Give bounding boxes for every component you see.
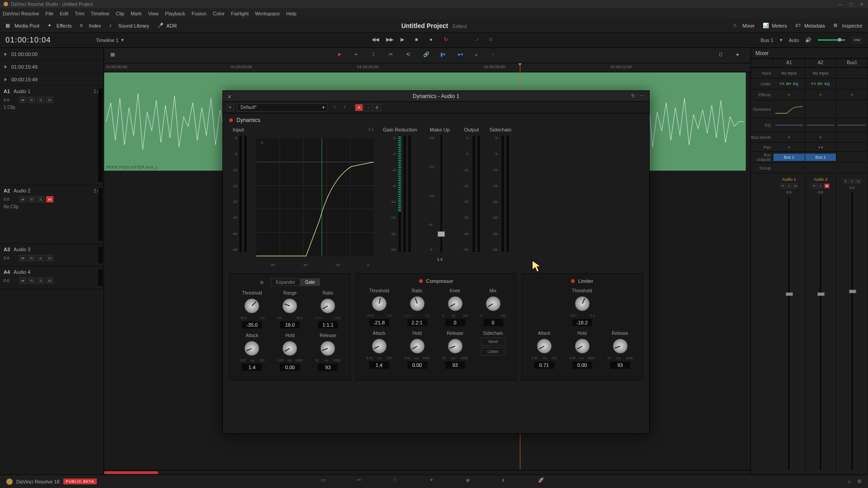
razor-tool[interactable]: ✂ xyxy=(389,52,397,60)
color-page[interactable]: ◉ xyxy=(466,477,475,486)
ratio-knob[interactable]: Ratio 1.2:12:1 2.2:1 xyxy=(401,288,433,326)
fx-add-a2[interactable]: + xyxy=(805,90,837,99)
dyn-bus[interactable] xyxy=(836,103,868,116)
dyn-menu-icon[interactable]: ⋯ xyxy=(640,93,645,99)
menu-fusion[interactable]: Fusion xyxy=(192,11,207,16)
minimize-button[interactable]: — xyxy=(838,2,843,6)
edit-page[interactable]: ⎍ xyxy=(393,477,402,486)
menu-file[interactable]: File xyxy=(46,11,54,16)
settings-button[interactable]: ⎍ xyxy=(489,37,496,44)
sidechain-send[interactable]: Send xyxy=(481,338,505,346)
menu-view[interactable]: View xyxy=(148,11,159,16)
hold-knob[interactable]: Hold 0.00ms4000 0.00 xyxy=(274,333,306,371)
release-knob[interactable]: Release 50ms4000 93 xyxy=(439,331,471,369)
h-scrollbar[interactable] xyxy=(104,470,750,474)
threshold-knob[interactable]: Threshold -50.00.0 -21.8 xyxy=(363,288,395,326)
attack-knob[interactable]: Attack 0.50ms100 1.4 xyxy=(236,333,268,371)
compressor-enable[interactable] xyxy=(419,279,423,283)
sound-library-button[interactable]: ♪Sound Library xyxy=(109,23,149,29)
eq-a2[interactable] xyxy=(805,119,837,131)
makeup-value[interactable]: 1.4 xyxy=(437,257,443,262)
menu-trim[interactable]: Trim xyxy=(75,11,85,16)
deliver-page[interactable]: 🚀 xyxy=(538,477,547,486)
pointer-tool[interactable]: ➤ xyxy=(337,52,345,60)
rewind-button[interactable]: ◀◀ xyxy=(372,37,379,44)
snap-tool[interactable]: ⟲ xyxy=(406,52,414,60)
menu-fairlight[interactable]: Fairlight xyxy=(231,11,249,16)
dyn-close-button[interactable]: ✕ xyxy=(227,94,232,99)
range-tool[interactable]: + xyxy=(354,52,363,60)
eq-a1[interactable] xyxy=(774,119,805,131)
attack-knob[interactable]: Attack 0.50ms100 0.71 xyxy=(528,331,560,369)
track-header-a2[interactable]: A2Audio 22.0 0.0⇄RSM No Clip xyxy=(0,185,104,244)
misc-tool[interactable]: ◦ xyxy=(492,52,500,60)
timeline-selector[interactable]: Timeline 1▾ xyxy=(96,37,124,43)
dyn-a1[interactable] xyxy=(774,103,805,116)
menu-edit[interactable]: Edit xyxy=(60,11,68,16)
track-header-a3[interactable]: A3Audio 3 0.0⇄RSM xyxy=(0,244,104,267)
ab-a[interactable]: A xyxy=(355,104,363,111)
track-⇄-button[interactable]: ⇄ xyxy=(19,97,26,103)
threshold-knob[interactable]: Threshold -50.00.0 -18.2 xyxy=(566,288,598,326)
track-display-icon[interactable]: ▦ xyxy=(110,52,118,60)
eq-bus[interactable] xyxy=(836,119,868,131)
dyn-a2[interactable] xyxy=(805,103,837,116)
tab-gate[interactable]: Gate xyxy=(300,278,320,286)
track-header-a1[interactable]: A1Audio 11.0 0.0⇄RSM 1 Clip xyxy=(0,86,104,185)
fader-slider[interactable] xyxy=(788,196,790,471)
play-button[interactable]: ▶ xyxy=(401,37,408,44)
meters-button[interactable]: 📊Meters xyxy=(763,23,787,29)
track-s-button[interactable]: S xyxy=(37,277,44,284)
fx-add-bus[interactable]: + xyxy=(836,90,868,99)
track-⇄-button[interactable]: ⇄ xyxy=(19,277,26,284)
cut-page[interactable]: ✂ xyxy=(357,477,366,486)
mixer-button[interactable]: ⎍Mixer xyxy=(733,23,755,29)
menu-davinci[interactable]: DaVinci Resolve xyxy=(3,11,39,16)
release-knob[interactable]: Release 50ms4000 93 xyxy=(604,331,636,369)
zoom-tool[interactable]: ⟨⟩ xyxy=(719,52,727,60)
fairlight-page[interactable]: ♪ xyxy=(502,477,511,486)
dur-timecode[interactable]: 00:00:15:49 xyxy=(0,73,104,86)
dyn-preset-select[interactable]: Default*▾ xyxy=(237,103,328,112)
index-button[interactable]: ≡Index xyxy=(80,23,101,29)
busout-a2[interactable]: Bus 1 xyxy=(805,154,837,161)
close-button[interactable]: ✕ xyxy=(860,2,864,6)
order-a1[interactable]: FXDYEQ xyxy=(774,80,805,88)
track-header-a4[interactable]: A4Audio 4 0.0⇄RSM xyxy=(0,267,104,289)
media-pool-button[interactable]: ▦Media Pool xyxy=(5,23,39,29)
automation-button[interactable]: ⟋ xyxy=(475,37,482,44)
marker-tool[interactable]: ●▾ xyxy=(458,52,466,60)
media-page[interactable]: ▭ xyxy=(321,477,330,486)
transient-tool[interactable]: ⏚ xyxy=(475,52,483,60)
pan-a1[interactable]: ▪ xyxy=(774,144,805,151)
track-m-button[interactable]: M xyxy=(46,277,53,284)
mixer-col-a2[interactable]: A2 xyxy=(805,59,837,67)
track-m-button[interactable]: M xyxy=(46,196,53,202)
fader-slider[interactable] xyxy=(851,192,854,471)
maximize-button[interactable]: ▢ xyxy=(849,2,854,6)
track-s-button[interactable]: S xyxy=(37,97,44,103)
track-r-button[interactable]: R xyxy=(28,255,35,261)
mixer-col-bus1[interactable]: Bus1 xyxy=(836,59,868,67)
expander-enable[interactable] xyxy=(260,281,264,284)
fx-add-a1[interactable]: + xyxy=(774,90,805,99)
track-r-button[interactable]: R xyxy=(28,97,35,103)
text-tool[interactable]: 𝙸 xyxy=(372,52,380,60)
dyn-prev[interactable]: ‹ xyxy=(331,104,338,111)
timeline-ruler[interactable]: 01:00:00:00 01:00:03:00 01:00:06:00 01:0… xyxy=(104,63,750,72)
fader-slider[interactable] xyxy=(819,196,822,471)
track-⇄-button[interactable]: ⇄ xyxy=(19,196,26,202)
dyn-add-preset[interactable]: + xyxy=(226,104,234,111)
dyn-reset-icon[interactable]: ↻ xyxy=(631,93,635,99)
menu-workspace[interactable]: Workspace xyxy=(255,11,280,16)
threshold-knob[interactable]: Threshold -50.00.0 -35.0 xyxy=(236,291,268,328)
adr-button[interactable]: 🎤ADR xyxy=(157,23,177,29)
menu-playback[interactable]: Playback xyxy=(165,11,185,16)
main-timecode[interactable]: 01:00:10:04 xyxy=(5,36,87,45)
record-button[interactable]: ● xyxy=(429,37,437,44)
track-r-button[interactable]: R xyxy=(28,196,35,202)
ratio-knob[interactable]: Ratio 1:1.11:3.0 1:1.1 xyxy=(312,291,344,328)
link-tool[interactable]: 🔗 xyxy=(423,52,431,60)
flag-tool[interactable]: ▮▾ xyxy=(440,52,448,60)
home-icon[interactable]: ⌂ xyxy=(848,479,851,484)
